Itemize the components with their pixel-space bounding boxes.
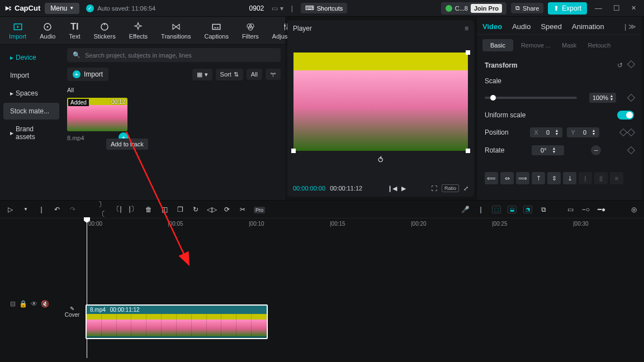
cover-button[interactable]: ✎ Cover [64,306,80,318]
track-visible-icon[interactable]: 👁 [31,300,37,308]
zoom-out-icon[interactable]: −○ [581,206,590,213]
tab-text[interactable]: TIText [64,20,84,42]
distribute-h-icon[interactable]: | [579,172,592,184]
reset-icon[interactable]: ↺ [617,61,623,69]
preview-icon[interactable]: ▭ [566,206,575,213]
ratio-button[interactable]: Ratio [442,184,459,192]
menu-button[interactable]: Menu ▼ [45,3,79,14]
magnet-link-icon[interactable]: ⬔ [523,206,532,213]
align-bottom-icon[interactable]: ⤓ [563,172,576,184]
pro-icon[interactable]: Pro [254,206,263,213]
search-input[interactable]: 🔍 Search project, subjects in image, lin… [67,48,281,62]
handle-tr[interactable] [466,50,470,55]
undo-icon[interactable]: ↶ [53,206,61,213]
sidenav-stock[interactable]: Stock mate... [3,103,59,120]
rotate-input[interactable]: 0° ▴▾ [532,145,564,155]
mic-icon[interactable]: 🎤 [461,206,470,213]
scale-value[interactable]: 100%▴▾ [589,93,616,103]
magnet-adjust-icon[interactable]: ⬓ [508,206,517,213]
align-center-h-icon[interactable]: ⇔ [500,172,514,184]
position-keyframe2-icon[interactable] [627,128,635,136]
add-to-track-button[interactable]: + [119,132,129,142]
player-viewport[interactable] [293,53,468,151]
inspector-more-icon[interactable]: | ≫ [624,22,636,31]
delete-icon[interactable]: 🗑 [144,206,153,213]
scale-keyframe-icon[interactable] [627,94,635,102]
minimize-button[interactable]: — [591,4,605,12]
copy-icon[interactable]: ❐ [176,206,184,213]
pointer-tool-icon[interactable]: ▷ [6,206,15,213]
position-keyframe-icon[interactable] [619,128,627,136]
filter-all[interactable]: All [247,69,262,80]
maximize-button[interactable]: ☐ [610,4,623,12]
rotate-handle-icon[interactable]: ⥀ [378,155,383,164]
fullscreen-icon[interactable]: ⤢ [463,185,468,192]
timeline-clip[interactable]: 8.mp4 00:00:11:12 [86,304,268,339]
align-center-v-icon[interactable]: ⇕ [547,172,561,184]
join-pro-button[interactable]: Join Pro [471,4,502,13]
export-button[interactable]: ⬆Export [548,2,587,15]
subtab-basic[interactable]: Basic [482,39,513,51]
rotate-dash[interactable]: – [591,145,601,155]
align-right-icon[interactable]: ⟹ [516,172,529,184]
razor-icon[interactable]: ◫ [160,206,169,213]
tab-stickers[interactable]: Stickers [89,20,120,42]
tab-import[interactable]: Import [4,20,31,42]
inspector-tab-video[interactable]: Video [482,22,502,31]
sidenav-spaces[interactable]: ▸Spaces [3,85,59,102]
subtab-remove[interactable]: Remove ... [518,39,554,51]
track-mute-icon[interactable]: 🔇 [41,300,49,308]
align-left-icon[interactable]: ⟸ [485,172,498,184]
distribute-v-icon[interactable]: || [594,172,608,184]
magnet-main-icon[interactable]: ⬚ [492,206,501,213]
distribute-3-icon[interactable]: ≡ [610,172,623,184]
tab-captions[interactable]: Captions [200,20,233,42]
sidenav-device[interactable]: ▸Device [3,49,59,66]
track-collapse-icon[interactable]: ⊟ [10,300,16,308]
subtab-mask[interactable]: Mask [558,39,580,51]
redo-icon[interactable]: ↷ [68,206,77,213]
mirror-icon[interactable]: ◁▷ [207,206,216,213]
reverse-icon[interactable]: ↻ [191,206,200,213]
inspector-tab-animation[interactable]: Animation [572,22,604,31]
position-x-input[interactable]: X 0 ▴▾ [530,127,562,137]
zoom-slider[interactable]: ━● [597,206,606,213]
uniform-scale-toggle[interactable] [617,111,634,120]
play-button[interactable]: ▶ [401,185,406,192]
share-button[interactable]: ⧉Share [511,3,543,13]
rotate-icon[interactable]: ⟳ [222,206,231,213]
sort-button[interactable]: Sort ⇅ [216,69,243,80]
handle-bl[interactable] [291,149,296,153]
link-icon[interactable]: ⧉ [539,206,548,213]
account-pill[interactable]: C...8 Join Pro [441,2,506,15]
close-button[interactable]: ✕ [628,4,640,12]
prev-frame-button[interactable]: ❙◀ [387,185,397,192]
split-right-icon[interactable]: |〕 [129,204,138,214]
project-name[interactable]: 0902 [249,4,264,12]
track-lock-icon[interactable]: 🔒 [19,300,27,308]
import-button[interactable]: + Import [67,68,108,81]
align-top-icon[interactable]: ⤒ [532,172,545,184]
safezone-icon[interactable]: ⛶ [431,185,437,192]
subtab-retouch[interactable]: Retouch [584,39,614,51]
scale-slider[interactable] [485,97,577,99]
aspect-icon[interactable]: ▭ ▾ [272,4,283,12]
handle-br[interactable] [466,149,470,153]
player-menu-icon[interactable]: ≡ [465,25,468,32]
crop-icon[interactable]: ✂ [238,206,247,213]
rotate-keyframe-icon[interactable] [627,146,635,154]
tab-transitions[interactable]: Transitions [157,20,195,42]
tab-filters[interactable]: Filters [238,20,263,42]
tab-audio[interactable]: Audio [35,20,60,42]
filter-icon-button[interactable]: 🝖 [266,69,281,80]
zoom-fit-icon[interactable]: ◎ [629,206,638,213]
split-left-icon[interactable]: 〔| [113,204,122,214]
shortcuts-button[interactable]: ⌨Shortcuts [301,3,347,13]
keyframe-icon[interactable] [627,60,635,68]
split-icon[interactable]: 〕〔 [97,200,106,219]
media-clip[interactable]: Added 00:12 + 8.mp4 [67,98,127,141]
tab-effects[interactable]: Effects [125,20,152,42]
inspector-tab-audio[interactable]: Audio [512,22,531,31]
timeline-ruler[interactable]: 00:00 |00:05 |00:10 |00:15 |00:20 |00:25… [84,218,644,231]
position-y-input[interactable]: Y 0 ▴▾ [567,127,599,137]
